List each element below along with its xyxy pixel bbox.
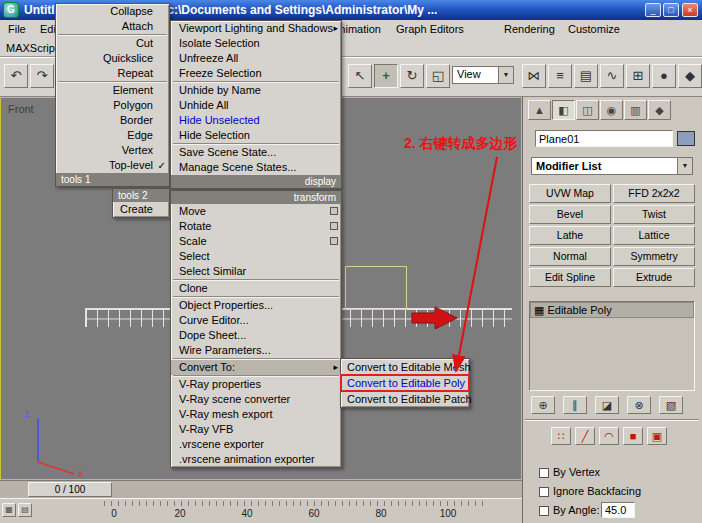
menu-item-edge[interactable]: Edge bbox=[56, 128, 169, 143]
sub-object-edge-icon[interactable]: ╱ bbox=[575, 427, 595, 445]
select-object-icon[interactable]: ↖ bbox=[348, 64, 372, 88]
menu-item-collapse[interactable]: Collapse bbox=[56, 4, 169, 19]
menu-item-curve-editor[interactable]: Curve Editor... bbox=[171, 313, 341, 328]
ignore-backfacing-checkbox[interactable]: Ignore Backfacing bbox=[539, 485, 641, 497]
pin-stack-icon[interactable]: ⊕ bbox=[531, 396, 555, 414]
menu-item-convert-to-editable-poly[interactable]: Convert to Editable Poly bbox=[341, 375, 469, 391]
menu-item-unhide-by-name[interactable]: Unhide by Name bbox=[171, 83, 341, 98]
menu-item-wire-parameters[interactable]: Wire Parameters... bbox=[171, 343, 341, 358]
menu-graph-editors[interactable]: Graph Editors bbox=[396, 23, 464, 35]
menu-item-scale[interactable]: Scale bbox=[171, 234, 341, 249]
remove-modifier-icon[interactable]: ⊗ bbox=[627, 396, 651, 414]
by-angle-value-field[interactable] bbox=[601, 502, 635, 518]
modifier-set-button[interactable]: Lattice bbox=[613, 226, 695, 245]
modifier-set-button[interactable]: Edit Spline bbox=[529, 268, 611, 287]
menu-item-quickslice[interactable]: Quickslice bbox=[56, 51, 169, 66]
menu-item-unhide-all[interactable]: Unhide All bbox=[171, 98, 341, 113]
maximize-button[interactable]: □ bbox=[663, 3, 679, 17]
material-editor-icon[interactable]: ● bbox=[652, 64, 676, 88]
modifier-set-button[interactable]: Normal bbox=[529, 247, 611, 266]
modifier-set-button[interactable]: FFD 2x2x2 bbox=[613, 184, 695, 203]
menu-item-border[interactable]: Border bbox=[56, 113, 169, 128]
align-icon[interactable]: ≡ bbox=[548, 64, 572, 88]
menu-item-unfreeze-all[interactable]: Unfreeze All bbox=[171, 51, 341, 66]
render-setup-icon[interactable]: ◆ bbox=[678, 64, 702, 88]
settings-box-icon[interactable] bbox=[330, 237, 338, 245]
modifier-set-button[interactable]: Extrude bbox=[613, 268, 695, 287]
sub-object-vertex-icon[interactable]: ∷ bbox=[551, 427, 571, 445]
modifier-list-dropdown[interactable]: Modifier List ▼ bbox=[531, 157, 693, 175]
modifier-set-button[interactable]: Twist bbox=[613, 205, 695, 224]
menu-item-vrscene-exporter[interactable]: .vrscene exporter bbox=[171, 437, 341, 452]
menu-item-vray-properties[interactable]: V-Ray properties bbox=[171, 377, 341, 392]
stack-item-editable-poly[interactable]: ▦ Editable Poly bbox=[530, 302, 694, 318]
menu-item-repeat[interactable]: Repeat bbox=[56, 66, 169, 81]
menu-item-hide-unselected[interactable]: Hide Unselected bbox=[171, 113, 341, 128]
configure-modifier-sets-icon[interactable]: ▧ bbox=[659, 396, 683, 414]
menu-item-vertex[interactable]: Vertex bbox=[56, 143, 169, 158]
sub-object-border-icon[interactable]: ◠ bbox=[599, 427, 619, 445]
menu-item-viewport-lighting[interactable]: Viewport Lighting and Shadows ▸ bbox=[171, 21, 341, 36]
time-slider-track[interactable]: 0 / 100 bbox=[0, 480, 522, 498]
menu-item-vray-vfb[interactable]: V-Ray VFB bbox=[171, 422, 341, 437]
mirror-icon[interactable]: ⋈ bbox=[522, 64, 546, 88]
menu-item-isolate-selection[interactable]: Isolate Selection bbox=[171, 36, 341, 51]
menu-item-select[interactable]: Select bbox=[171, 249, 341, 264]
viewport-label[interactable]: Front bbox=[8, 103, 34, 115]
menu-file[interactable]: File bbox=[8, 23, 26, 35]
menu-item-hide-selection[interactable]: Hide Selection bbox=[171, 128, 341, 143]
menu-item-object-properties[interactable]: Object Properties... bbox=[171, 298, 341, 313]
show-end-result-icon[interactable]: ∥ bbox=[563, 396, 587, 414]
settings-box-icon[interactable] bbox=[330, 222, 338, 230]
track-bar[interactable]: ▦ ▤ 0 20 40 60 80 100 bbox=[0, 498, 522, 523]
by-vertex-checkbox[interactable]: By Vertex bbox=[539, 466, 600, 478]
undo-icon[interactable]: ↶ bbox=[4, 64, 28, 88]
statusbar-icon-1[interactable]: ▦ bbox=[2, 503, 16, 517]
tab-hierarchy[interactable]: ◫ bbox=[576, 100, 599, 120]
layer-manager-icon[interactable]: ▤ bbox=[574, 64, 598, 88]
menu-item-attach[interactable]: Attach bbox=[56, 19, 169, 34]
select-and-move-icon[interactable]: + bbox=[374, 64, 398, 88]
tab-display[interactable]: ▥ bbox=[624, 100, 647, 120]
tab-modify[interactable]: ◧ bbox=[552, 100, 575, 120]
menu-item-move[interactable]: Move bbox=[171, 204, 341, 219]
menu-item-freeze-selection[interactable]: Freeze Selection bbox=[171, 66, 341, 81]
menu-item-top-level[interactable]: Top-level ✓ bbox=[56, 158, 169, 173]
menu-item-vrscene-animation-exporter[interactable]: .vrscene animation exporter bbox=[171, 452, 341, 467]
object-name-field[interactable] bbox=[535, 130, 673, 147]
sub-object-polygon-icon[interactable]: ■ bbox=[623, 427, 643, 445]
tab-motion[interactable]: ◉ bbox=[600, 100, 623, 120]
menu-item-convert-to-editable-patch[interactable]: Convert to Editable Patch bbox=[341, 391, 469, 407]
time-slider-handle[interactable]: 0 / 100 bbox=[28, 482, 112, 497]
make-unique-icon[interactable]: ◪ bbox=[595, 396, 619, 414]
menu-item-select-similar[interactable]: Select Similar bbox=[171, 264, 341, 279]
settings-box-icon[interactable] bbox=[330, 207, 338, 215]
menu-item-convert-to[interactable]: Convert To: ▸ bbox=[171, 360, 341, 375]
modifier-set-button[interactable]: UVW Map bbox=[529, 184, 611, 203]
menu-item-clone[interactable]: Clone bbox=[171, 281, 341, 296]
by-angle-checkbox[interactable]: By Angle: bbox=[539, 504, 599, 516]
schematic-view-icon[interactable]: ⊞ bbox=[626, 64, 650, 88]
menu-maxscript[interactable]: MAXScript bbox=[6, 42, 58, 54]
menu-customize[interactable]: Customize bbox=[568, 23, 620, 35]
reference-coordinate-dropdown[interactable]: View ▼ bbox=[452, 66, 514, 84]
select-and-scale-icon[interactable]: ◱ bbox=[426, 64, 450, 88]
statusbar-icon-2[interactable]: ▤ bbox=[18, 503, 32, 517]
menu-item-polygon[interactable]: Polygon bbox=[56, 98, 169, 113]
curve-editor-icon[interactable]: ∿ bbox=[600, 64, 624, 88]
menu-item-create[interactable]: Create bbox=[113, 202, 169, 217]
menu-item-manage-scene-states[interactable]: Manage Scene States... bbox=[171, 160, 341, 175]
menu-item-vray-mesh-export[interactable]: V-Ray mesh export bbox=[171, 407, 341, 422]
tab-create[interactable]: ▲ bbox=[528, 100, 551, 120]
menu-item-convert-to-editable-mesh[interactable]: Convert to Editable Mesh bbox=[341, 359, 469, 375]
menu-item-dope-sheet[interactable]: Dope Sheet... bbox=[171, 328, 341, 343]
redo-icon[interactable]: ↷ bbox=[30, 64, 54, 88]
menu-item-vray-scene-converter[interactable]: V-Ray scene converter bbox=[171, 392, 341, 407]
minimize-button[interactable]: _ bbox=[645, 3, 661, 17]
menu-item-element[interactable]: Element bbox=[56, 83, 169, 98]
select-and-rotate-icon[interactable]: ↻ bbox=[400, 64, 424, 88]
modifier-set-button[interactable]: Lathe bbox=[529, 226, 611, 245]
chevron-down-icon[interactable]: ▼ bbox=[677, 158, 692, 174]
sub-object-element-icon[interactable]: ▣ bbox=[647, 427, 667, 445]
modifier-set-button[interactable]: Bevel bbox=[529, 205, 611, 224]
